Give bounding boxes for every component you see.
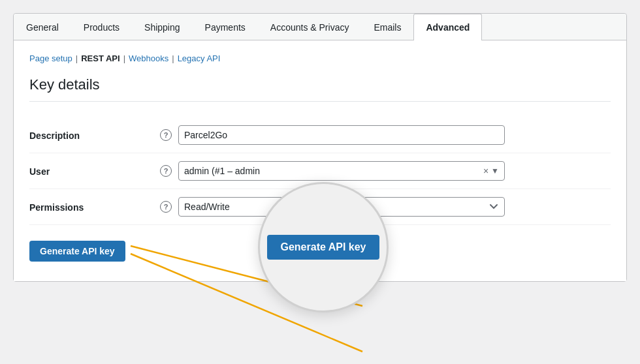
- key-details-form: Description ? User ?: [29, 117, 611, 225]
- permissions-help-icon[interactable]: ?: [160, 201, 172, 213]
- subnav-legacy-api[interactable]: Legacy API: [178, 53, 221, 63]
- subnav-rest-api[interactable]: REST API: [81, 53, 120, 63]
- user-select-controls: × ▼: [483, 166, 499, 176]
- tab-emails[interactable]: Emails: [361, 14, 413, 40]
- sub-navigation: Page setup | REST API | Webhooks | Legac…: [29, 53, 611, 63]
- subnav-webhooks[interactable]: Webhooks: [129, 53, 168, 63]
- svg-line-1: [131, 254, 362, 352]
- subnav-sep-1: |: [76, 53, 78, 63]
- user-field-cell: ? admin (#1 – admin × ▼: [160, 153, 611, 189]
- user-select[interactable]: admin (#1 – admin × ▼: [178, 161, 505, 181]
- subnav-page-setup[interactable]: Page setup: [29, 53, 72, 63]
- user-row: User ? admin (#1 – admin × ▼: [29, 153, 611, 189]
- subnav-sep-3: |: [172, 53, 174, 63]
- description-help-icon[interactable]: ?: [160, 129, 172, 141]
- description-input[interactable]: [178, 125, 505, 145]
- tab-shipping[interactable]: Shipping: [132, 14, 193, 40]
- user-arrow-icon[interactable]: ▼: [491, 166, 499, 175]
- permissions-select[interactable]: Read/Write Read only Write only: [178, 197, 505, 217]
- user-select-value: admin (#1 – admin: [184, 166, 260, 176]
- section-title: Key details: [29, 76, 611, 102]
- tab-accounts-privacy[interactable]: Accounts & Privacy: [258, 14, 362, 40]
- settings-tabs: General Products Shipping Payments Accou…: [14, 14, 626, 40]
- generate-api-key-button[interactable]: Generate API key: [29, 241, 125, 262]
- permissions-field-row: ? Read/Write Read only Write only: [160, 197, 611, 217]
- user-label: User: [29, 153, 160, 189]
- user-clear-icon[interactable]: ×: [483, 166, 488, 176]
- tab-advanced[interactable]: Advanced: [413, 14, 482, 40]
- description-field-row: ?: [160, 125, 611, 145]
- permissions-row: Permissions ? Read/Write Read only Write…: [29, 189, 611, 225]
- bottom-row: Generate API key Generate API key: [29, 241, 611, 262]
- content-area: Page setup | REST API | Webhooks | Legac…: [14, 40, 626, 281]
- description-field-cell: ?: [160, 117, 611, 153]
- permissions-field-cell: ? Read/Write Read only Write only: [160, 189, 611, 225]
- permissions-label: Permissions: [29, 189, 160, 225]
- user-help-icon[interactable]: ?: [160, 165, 172, 177]
- tab-general[interactable]: General: [14, 14, 71, 40]
- tab-products[interactable]: Products: [71, 14, 132, 40]
- subnav-sep-2: |: [123, 53, 125, 63]
- page-wrapper: General Products Shipping Payments Accou…: [13, 13, 627, 282]
- description-row: Description ?: [29, 117, 611, 153]
- description-label: Description: [29, 117, 160, 153]
- svg-line-0: [131, 246, 362, 306]
- user-field-row: ? admin (#1 – admin × ▼: [160, 161, 611, 181]
- settings-container: General Products Shipping Payments Accou…: [13, 13, 627, 282]
- magnifier-generate-api-key-button[interactable]: Generate API key: [267, 235, 379, 260]
- tab-payments[interactable]: Payments: [193, 14, 258, 40]
